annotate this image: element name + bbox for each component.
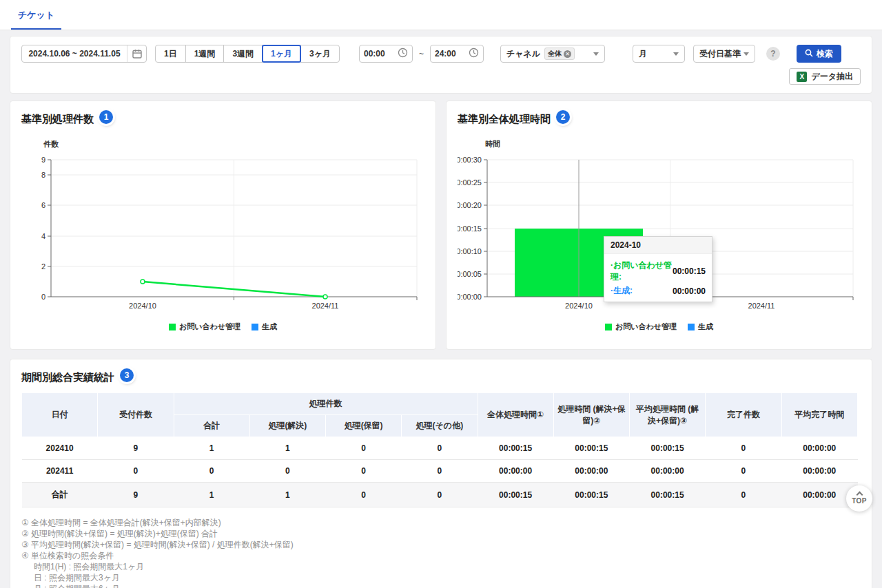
help-icon[interactable]: ?	[766, 47, 780, 61]
svg-text:00:00:00: 00:00:00	[458, 293, 482, 301]
gridlines	[51, 160, 417, 297]
search-button[interactable]: 検索	[797, 45, 841, 63]
legend-item-inquiry[interactable]: お問い合わせ管理	[169, 322, 240, 332]
time-chart-legend: お問い合わせ管理 生成	[458, 322, 861, 332]
footnote: 時間1(H) : 照会期間最大1ヶ月	[21, 561, 858, 572]
svg-text:00:00:10: 00:00:10	[458, 247, 482, 255]
cell: 00:00:15	[478, 483, 553, 507]
sub-header-other: 処理(その他)	[402, 415, 478, 437]
cell: 9	[98, 483, 174, 507]
cell: 1	[174, 483, 249, 507]
search-icon	[805, 49, 813, 59]
count-chart-card: 基準別処理件数 1 件数	[10, 101, 436, 350]
sub-header-held: 処理(保留)	[326, 415, 402, 437]
legend-item-inquiry[interactable]: お問い合わせ管理	[605, 322, 677, 332]
cell: 0	[249, 460, 325, 483]
footnote: ① 全体処理時間 = 全体処理合計(解決+保留+内部解決)	[21, 517, 858, 528]
cell: 0	[706, 460, 781, 483]
period-button-1day[interactable]: 1日	[155, 45, 186, 63]
axes	[48, 160, 417, 300]
cell: 0	[402, 460, 478, 483]
tooltip-label-inquiry: ·お問い合わせ管理:	[611, 260, 673, 283]
tab-ticket[interactable]: チケット	[11, 0, 61, 30]
y-axis-unit: 件数	[43, 140, 59, 148]
cell: 00:00:15	[630, 437, 706, 460]
cell: 0	[326, 483, 402, 507]
cell: 00:00:00	[478, 460, 553, 483]
cell: 00:00:00	[781, 437, 858, 460]
time-chart-card: 基準別全体処理時間 2 時間	[446, 101, 872, 350]
tooltip-row: ·お問い合わせ管理: 00:00:15	[611, 260, 706, 283]
period-button-3months[interactable]: 3ヶ月	[300, 45, 340, 63]
svg-text:9: 9	[41, 156, 45, 164]
legend-swatch-green	[605, 324, 612, 330]
cell: 00:00:00	[630, 460, 706, 483]
unit-select-value: 月	[639, 48, 647, 60]
cell: 1	[249, 483, 325, 507]
svg-text:2024/10: 2024/10	[129, 302, 156, 310]
cell: 1	[249, 437, 325, 460]
period-button-3weeks[interactable]: 3週間	[223, 45, 263, 63]
tooltip-value: 00:00:15	[673, 266, 706, 276]
sub-header-solved: 処理(解決)	[249, 415, 325, 437]
col-header-received: 受付件数	[98, 393, 174, 437]
clock-icon[interactable]	[469, 48, 479, 60]
time-separator: ~	[419, 49, 424, 59]
cell: 0	[98, 460, 174, 483]
col-header-avg-proc-time: 平均処理時間 (解決+保留)③	[630, 393, 706, 437]
svg-text:8: 8	[41, 171, 45, 179]
y-tick-labels: 9 8 6 4 2 0	[41, 156, 45, 301]
cell: 0	[174, 460, 249, 483]
unit-select[interactable]: 月	[633, 45, 685, 63]
y-axis-unit: 時間	[485, 140, 500, 148]
period-button-1week[interactable]: 1週間	[185, 45, 225, 63]
time-from-input[interactable]: 00:00	[359, 45, 413, 63]
cell: 0	[706, 483, 781, 507]
cell: 9	[98, 437, 174, 460]
period-button-1month[interactable]: 1ヶ月	[262, 45, 301, 63]
table-row: 202411 0 0 0 0 0 00:00:00 00:00:00 00:00…	[22, 460, 858, 483]
svg-text:4: 4	[41, 232, 45, 240]
footnote: ② 処理時間(解決+保留) = 処理(解決)+処理(保留) 合計	[21, 528, 858, 539]
chart-tooltip: 2024-10 ·お問い合わせ管理: 00:00:15 ·生成: 00:00:0…	[604, 236, 712, 302]
data-point[interactable]	[323, 295, 327, 299]
time-chart-title-row: 基準別全体処理時間 2	[458, 112, 861, 126]
count-chart-legend: お問い合わせ管理 生成	[21, 322, 424, 332]
cell: 00:00:00	[553, 460, 629, 483]
basis-select[interactable]: 受付日基準	[693, 45, 755, 63]
footnote: ④ 単位検索時の照会条件	[21, 550, 858, 561]
filter-panel: 2024.10.06 ~ 2024.11.05 1日 1週間 3週間 1ヶ月 3…	[10, 36, 872, 94]
period-button-group: 1日 1週間 3週間 1ヶ月 3ヶ月	[155, 45, 340, 63]
chip-remove-icon[interactable]: ✕	[564, 50, 571, 58]
stats-table-title-row: 期間別総合実績統計 3	[21, 370, 858, 384]
tooltip-value: 00:00:00	[673, 286, 706, 296]
legend-item-generate[interactable]: 生成	[252, 322, 277, 332]
excel-icon: X	[797, 72, 807, 82]
calendar-icon[interactable]	[127, 45, 146, 62]
legend-swatch-blue	[688, 324, 695, 330]
scroll-to-top-button[interactable]: TOP	[846, 485, 872, 512]
count-chart-canvas[interactable]: 件数 9	[21, 134, 425, 316]
count-chart-title: 基準別処理件数	[21, 113, 94, 126]
svg-text:00:00:30: 00:00:30	[458, 156, 482, 164]
clock-icon[interactable]	[398, 48, 408, 60]
table-row-total: 合計 9 1 1 0 0 00:00:15 00:00:15 00:00:15 …	[22, 483, 858, 507]
col-header-avg-done-time: 平均完了時間	[781, 393, 858, 437]
channel-select[interactable]: チャネル 全体 ✕	[500, 45, 605, 63]
tooltip-label-generate: ·生成:	[611, 285, 633, 297]
tooltip-row: ·生成: 00:00:00	[611, 285, 706, 297]
channel-chip-label: 全体	[548, 49, 562, 59]
time-range-group: 00:00 ~ 24:00	[359, 45, 484, 63]
data-export-button[interactable]: X データ抽出	[789, 68, 861, 85]
date-range-value: 2024.10.06 ~ 2024.11.05	[22, 49, 127, 59]
filter-row-2: X データ抽出	[21, 68, 861, 85]
badge-2: 2	[556, 110, 570, 124]
date-range-input[interactable]: 2024.10.06 ~ 2024.11.05	[21, 45, 147, 63]
data-point[interactable]	[141, 280, 145, 284]
time-to-input[interactable]: 24:00	[430, 45, 484, 63]
y-tick-labels: 00:00:30 00:00:25 00:00:20 00:00:15 00:0…	[458, 156, 482, 301]
col-header-proc-time: 処理時間 (解決+保留)②	[553, 393, 629, 437]
legend-item-generate[interactable]: 生成	[688, 322, 713, 332]
cell: 00:00:15	[630, 483, 706, 507]
stats-table: 日付 受付件数 処理件数 全体処理時間① 処理時間 (解決+保留)② 平均処理時…	[21, 392, 858, 507]
